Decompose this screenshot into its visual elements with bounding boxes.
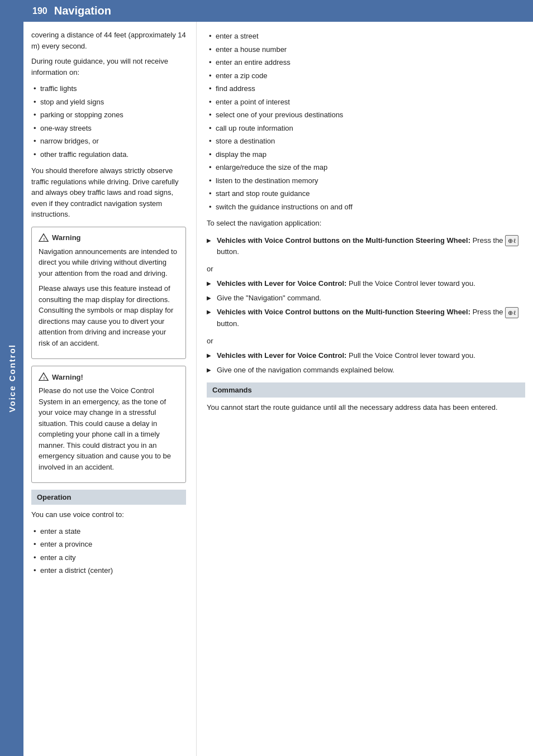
select-nav-label: To select the navigation application: [207,218,525,229]
bullet-list-left: traffic lights stop and yield signs park… [31,82,186,161]
rest-text: Give one of the navigation commands expl… [217,366,394,374]
sidebar-label: Voice Control [7,344,17,412]
list-item: store a destination [207,135,525,148]
arrow-list-group1: Vehicles with Voice Control buttons on t… [207,233,525,259]
operation-intro: You can use voice control to: [31,509,186,520]
arrow-list-group2: Vehicles with Lever for Voice Control: P… [207,276,525,331]
list-item: enter a city [31,551,186,564]
warning-title-1: ! Warning [39,233,179,243]
page-title: Navigation [54,4,111,17]
list-item: enter a point of interest [207,95,525,109]
or-separator-1: or [207,264,525,275]
list-item: traffic lights [31,82,186,95]
page-header: 190 Navigation [23,0,533,22]
list-item: enter a state [31,525,186,538]
bold-part: Vehicles with Lever for Voice Control: [217,279,346,288]
intro-p1: covering a distance of 44 feet (approxim… [31,30,186,51]
list-item: display the map [207,148,525,161]
list-item: enter a province [31,538,186,551]
list-item: call up route information [207,122,525,135]
list-item: enlarge/reduce the size of the map [207,161,525,174]
button-icon: ⊕ℓ [505,235,518,247]
list-item: find address [207,82,525,95]
main-content: 190 Navigation covering a distance of 44… [23,0,533,756]
arrow-list-group3: Vehicles with Lever for Voice Control: P… [207,348,525,377]
sidebar: Voice Control [0,0,23,756]
list-item: listen to the destination memory [207,174,525,188]
arrow-list-item: Vehicles with Voice Control buttons on t… [207,305,525,331]
list-item: select one of your previous destinations [207,108,525,122]
svg-text:!: ! [44,236,45,241]
list-item: enter a zip code [207,69,525,83]
warning-box-2: ! Warning! Please do not use the Voice C… [31,366,186,483]
commands-header: Commands [207,382,525,398]
content-body: covering a distance of 44 feet (approxim… [23,22,533,756]
page-number: 190 [32,6,47,16]
or-separator-2: or [207,336,525,347]
bold-part: Vehicles with Lever for Voice Control: [217,351,346,360]
rest-text: Pull the Voice Control lever toward you. [349,351,475,360]
list-item: enter an entire address [207,56,525,69]
operation-bullet-list: enter a state enter a province enter a c… [31,525,186,577]
bold-part: Vehicles with Voice Control buttons on t… [217,308,470,316]
warning-label-1: Warning [52,233,81,242]
list-item: enter a district (center) [31,564,186,577]
list-item: enter a house number [207,43,525,56]
arrow-list-item: Vehicles with Voice Control buttons on t… [207,233,525,259]
suffix-text: button. [217,247,239,256]
left-column: covering a distance of 44 feet (approxim… [23,22,197,756]
rest-text: Press the [473,308,506,316]
commands-section: Commands You cannot start the route guid… [207,382,525,413]
svg-text:!: ! [44,376,45,381]
suffix-text: button. [217,319,239,328]
button-icon: ⊕ℓ [505,307,518,319]
warning-icon-2: ! [39,372,49,382]
list-item: narrow bridges, or [31,135,186,148]
rest-text: Pull the Voice Control lever toward you. [349,279,475,288]
rest-text: Press the [473,236,506,245]
arrow-list-item: Give one of the navigation commands expl… [207,363,525,377]
list-item: enter a street [207,30,525,43]
list-item: stop and yield signs [31,95,186,109]
warning-p1: Navigation announcements are intended to… [39,246,179,279]
warning2-p1: Please do not use the Voice Control Syst… [39,385,179,472]
list-item: one-way streets [31,122,186,135]
right-column: enter a street enter a house number ente… [197,22,533,756]
warning-icon-1: ! [39,233,49,243]
commands-paragraph: You cannot start the route guidance unti… [207,402,525,413]
warning-title-2: ! Warning! [39,372,179,382]
list-item: switch the guidance instructions on and … [207,200,525,214]
list-item: other traffic regulation data. [31,148,186,161]
warning-label-2: Warning! [52,373,83,381]
rest-text: Give the "Navigation" command. [217,294,321,302]
warning-box-1: ! Warning Navigation announcements are i… [31,227,186,360]
arrow-list-item: Vehicles with Lever for Voice Control: P… [207,348,525,363]
list-item: start and stop route guidance [207,187,525,200]
arrow-list-item: Give the "Navigation" command. [207,291,525,305]
observe-paragraph: You should therefore always strictly obs… [31,165,186,220]
intro-p2: During route guidance, you will not rece… [31,56,186,78]
operation-header: Operation [31,490,186,505]
bullet-list-right: enter a street enter a house number ente… [207,30,525,213]
bold-part: Vehicles with Voice Control buttons on t… [217,236,470,245]
list-item: parking or stopping zones [31,108,186,122]
arrow-list-item: Vehicles with Lever for Voice Control: P… [207,276,525,291]
warning-p2: Please always use this feature instead o… [39,283,179,348]
